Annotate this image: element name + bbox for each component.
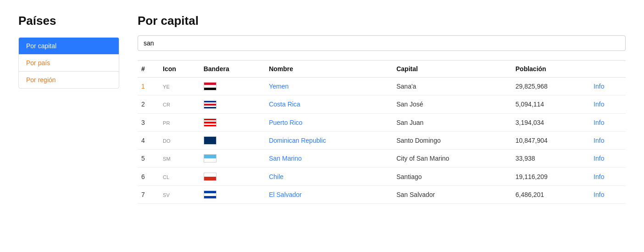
row-number: 7	[138, 185, 159, 203]
row-flag	[200, 95, 266, 113]
row-flag	[200, 78, 266, 95]
row-population: 19,116,209	[512, 168, 590, 185]
row-population: 10,847,904	[512, 131, 590, 149]
sidebar-item-por-capital[interactable]: Por capital	[19, 38, 119, 55]
search-input[interactable]	[138, 35, 626, 51]
row-number: 6	[138, 168, 159, 185]
row-number: 5	[138, 150, 159, 168]
row-population: 33,938	[512, 150, 590, 168]
row-name: Chile	[265, 168, 393, 185]
row-capital: San José	[393, 95, 512, 113]
row-capital: Santo Domingo	[393, 131, 512, 149]
row-name: San Marino	[265, 150, 393, 168]
row-info[interactable]: Info	[590, 150, 626, 168]
table-row: 2 CR Costa Rica San José 5,094,114 Info	[138, 95, 626, 113]
info-link[interactable]: Info	[594, 83, 604, 90]
col-num: #	[138, 61, 159, 78]
row-number: 1	[138, 78, 159, 95]
col-actions	[590, 61, 626, 78]
col-name: Nombre	[265, 61, 393, 78]
table-row: 5 SM San Marino City of San Marino 33,93…	[138, 150, 626, 168]
sidebar-item-por-pais[interactable]: Por país	[19, 55, 119, 72]
app-layout: Países Por capital Por país Por región P…	[0, 0, 644, 218]
row-population: 6,486,201	[512, 185, 590, 203]
col-capital: Capital	[393, 61, 512, 78]
row-capital: San Juan	[393, 113, 512, 131]
table-row: 7 SV El Salvador San Salvador 6,486,201 …	[138, 185, 626, 203]
row-flag	[200, 168, 266, 185]
row-info[interactable]: Info	[590, 95, 626, 113]
row-info[interactable]: Info	[590, 113, 626, 131]
info-link[interactable]: Info	[594, 173, 604, 180]
row-code: DO	[159, 131, 200, 149]
info-link[interactable]: Info	[594, 101, 604, 108]
table-header-row: # Icon Bandera Nombre Capital Población	[138, 61, 626, 78]
countries-table: # Icon Bandera Nombre Capital Población …	[138, 60, 626, 204]
row-number: 4	[138, 131, 159, 149]
row-flag	[200, 150, 266, 168]
row-name: El Salvador	[265, 185, 393, 203]
table-row: 4 DO Dominican Republic Santo Domingo 10…	[138, 131, 626, 149]
row-flag	[200, 113, 266, 131]
row-number: 2	[138, 95, 159, 113]
row-code: YE	[159, 78, 200, 95]
row-name: Dominican Republic	[265, 131, 393, 149]
row-capital: City of San Marino	[393, 150, 512, 168]
row-info[interactable]: Info	[590, 185, 626, 203]
row-flag	[200, 185, 266, 203]
table-row: 6 CL Chile Santiago 19,116,209 Info	[138, 168, 626, 185]
row-code: CL	[159, 168, 200, 185]
row-info[interactable]: Info	[590, 168, 626, 185]
main-content: Por capital # Icon Bandera Nombre Capita…	[138, 14, 626, 204]
info-link[interactable]: Info	[594, 155, 604, 162]
row-number: 3	[138, 113, 159, 131]
row-info[interactable]: Info	[590, 131, 626, 149]
col-flag: Bandera	[200, 61, 266, 78]
table-row: 1 YE Yemen Sana'a 29,825,968 Info	[138, 78, 626, 95]
row-info[interactable]: Info	[590, 78, 626, 95]
sidebar: Países Por capital Por país Por región	[18, 14, 119, 204]
row-population: 29,825,968	[512, 78, 590, 95]
row-code: SM	[159, 150, 200, 168]
row-code: SV	[159, 185, 200, 203]
row-population: 5,094,114	[512, 95, 590, 113]
row-name: Puerto Rico	[265, 113, 393, 131]
row-capital: Santiago	[393, 168, 512, 185]
row-name: Yemen	[265, 78, 393, 95]
info-link[interactable]: Info	[594, 191, 604, 198]
sidebar-item-por-region[interactable]: Por región	[19, 72, 119, 88]
sidebar-nav: Por capital Por país Por región	[18, 37, 119, 89]
page-title: Por capital	[138, 14, 626, 28]
col-icon: Icon	[159, 61, 200, 78]
row-code: CR	[159, 95, 200, 113]
col-population: Población	[512, 61, 590, 78]
row-population: 3,194,034	[512, 113, 590, 131]
sidebar-title: Países	[18, 14, 119, 28]
row-code: PR	[159, 113, 200, 131]
info-link[interactable]: Info	[594, 137, 604, 144]
row-capital: Sana'a	[393, 78, 512, 95]
row-flag	[200, 131, 266, 149]
row-capital: San Salvador	[393, 185, 512, 203]
row-name: Costa Rica	[265, 95, 393, 113]
info-link[interactable]: Info	[594, 119, 604, 126]
table-row: 3 PR Puerto Rico San Juan 3,194,034 Info	[138, 113, 626, 131]
